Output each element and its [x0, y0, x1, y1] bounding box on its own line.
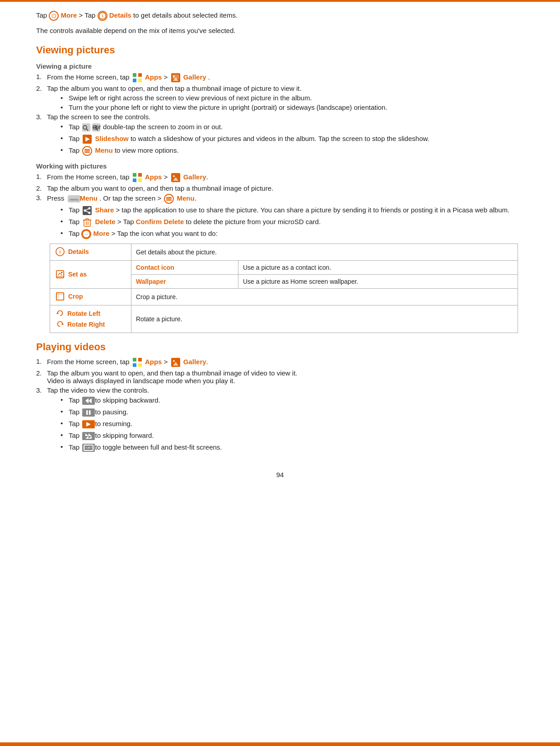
rotate-left-icon-table [56, 309, 65, 319]
svg-rect-26 [138, 178, 142, 182]
table-label-rotate: Rotate Left Rotate Right [50, 305, 131, 333]
svg-rect-62 [138, 363, 142, 367]
svg-point-29 [173, 175, 175, 177]
bullet-turn: Turn the your phone left or right to vie… [61, 103, 524, 111]
playing-steps-list: 1. From the Home screen, tap Apps > [36, 357, 524, 453]
details-label: Details [109, 11, 131, 19]
svg-text:menu: menu [70, 197, 79, 202]
table-row-crop: Crop Crop a picture. [50, 289, 518, 305]
viewing-step-1: 1. From the Home screen, tap Apps > [36, 73, 524, 83]
details-icon: i [98, 11, 107, 21]
playing-step-2: 2. Tap the album you want to open, and t… [36, 369, 524, 385]
bullet-swipe: Swipe left or right across the screen to… [61, 94, 524, 102]
svg-rect-5 [138, 79, 142, 82]
svg-rect-60 [138, 358, 142, 361]
bullet-play: Tap to resuming. [61, 419, 524, 429]
table-label-setas: Set as [50, 261, 131, 289]
bullet-pause: Tap to pausing. [61, 408, 524, 418]
menu-label-w3a: Menu [80, 194, 98, 202]
working-bullets: Tap Share > tap the application to use t… [47, 206, 524, 239]
viewing-step-2: 2. Tap the album you want to open, and t… [36, 84, 524, 111]
working-step-3: 3. Press menu Menu . Or tap the screen > [36, 194, 524, 239]
rewind-icon [82, 396, 92, 406]
more-label: More [61, 11, 77, 19]
svg-marker-58 [61, 323, 64, 325]
apps-label-w1: Apps [145, 173, 162, 181]
gallery-label-p1: Gallery [183, 358, 206, 366]
fit-icon: ↗ [82, 443, 92, 453]
rotate-right-icon-table [56, 319, 65, 329]
table-sublabel-contact: Contact icon [131, 261, 238, 275]
menu-label-v1: Menu [95, 146, 113, 154]
step1-text: From the Home screen, tap [47, 73, 130, 81]
svg-point-9 [173, 75, 175, 77]
svg-rect-71 [89, 410, 91, 415]
more-icon: ◯ [49, 11, 59, 21]
slideshow-label: Slideshow [95, 135, 129, 142]
bullet-share: Tap Share > tap the application to use t… [61, 206, 524, 216]
delete-label: Delete [95, 218, 116, 225]
step2-bullets: Swipe left or right across the screen to… [47, 94, 524, 111]
step3-bullets: Tap or double-tap the scre [47, 122, 524, 156]
table-value-contact: Use a picture as a contact icon. [238, 261, 518, 275]
bullet-delete: Tap Delete > Tap Confirm Delete to de [61, 217, 524, 227]
viewing-a-picture-subheading: Viewing a picture [36, 62, 524, 70]
svg-rect-70 [86, 410, 88, 415]
intro-tap: Tap [36, 11, 47, 19]
intro-text: to get details about selected items. [133, 11, 238, 19]
svg-rect-23 [133, 173, 136, 177]
share-icon [82, 206, 92, 216]
bullet-zoom: Tap or double-tap the scre [61, 122, 524, 132]
table-row-setas: Set as Contact icon Use a picture as a c… [50, 261, 518, 275]
playing-step-3: 3. Tap the video to view the controls. T… [36, 386, 524, 453]
pause-icon [82, 408, 92, 418]
svg-rect-59 [133, 358, 136, 361]
step2-text: Tap the album you want to open, and then… [47, 84, 302, 92]
playing-step-1: 1. From the Home screen, tap Apps > [36, 357, 524, 367]
confirm-delete-label: Confirm Delete [136, 218, 184, 225]
menu-icon-v1 [82, 146, 92, 156]
apps-icon [132, 73, 142, 83]
bullet-fit: Tap ↗ to toggle between full and best-fi… [61, 443, 524, 453]
apps-icon-w1 [132, 173, 142, 183]
table-sublabel-wallpaper: Wallpaper [131, 275, 238, 289]
top-border [0, 0, 560, 2]
svg-point-52 [61, 272, 63, 273]
setas-icon-table [56, 270, 65, 280]
gallery-icon-p1 [171, 357, 181, 367]
intro-paragraph: Tap ◯ More > Tap i Details to get detail… [36, 10, 524, 21]
page-number: 94 [36, 471, 524, 479]
play-icon [82, 419, 92, 429]
delete-icon [82, 217, 92, 227]
svg-rect-2 [133, 73, 136, 77]
table-label-crop: Crop [50, 289, 131, 305]
slideshow-icon [82, 134, 92, 144]
page-content: Tap ◯ More > Tap i Details to get detail… [0, 0, 560, 506]
bottom-border [0, 742, 560, 746]
table-value-wallpaper: Use a picture as Home screen wallpaper. [238, 275, 518, 289]
menu-icon-w3 [164, 194, 174, 204]
svg-text:↗: ↗ [87, 446, 90, 450]
intro-note: The controls available depend on the mix… [36, 25, 524, 36]
svg-rect-4 [133, 79, 136, 82]
working-steps-list: 1. From the Home screen, tap Apps > [36, 173, 524, 239]
apps-icon-p1 [132, 357, 142, 367]
svg-rect-24 [138, 173, 142, 177]
share-label: Share [95, 206, 114, 214]
svg-rect-3 [138, 73, 142, 77]
bullet-more: Tap ⋯ More > Tap the icon what you want … [61, 229, 524, 239]
playing-bullets: Tap to skipping backward. Tap [47, 396, 524, 453]
svg-text:i: i [60, 249, 61, 254]
table-row-details: i Details Get details about the picture. [50, 244, 518, 261]
menu-label-w3b: Menu [177, 194, 195, 202]
intro-tap-details: > Tap [79, 11, 96, 19]
svg-point-65 [173, 360, 175, 362]
working-step-2: 2. Tap the album you want to open, and t… [36, 184, 524, 192]
svg-text:i: i [102, 14, 103, 18]
apps-label-p1: Apps [145, 358, 162, 366]
ff-icon [82, 431, 92, 441]
crop-icon-table [56, 292, 65, 302]
apps-label-v1: Apps [145, 73, 162, 81]
zoom-icon [82, 122, 92, 132]
svg-marker-57 [56, 312, 59, 314]
